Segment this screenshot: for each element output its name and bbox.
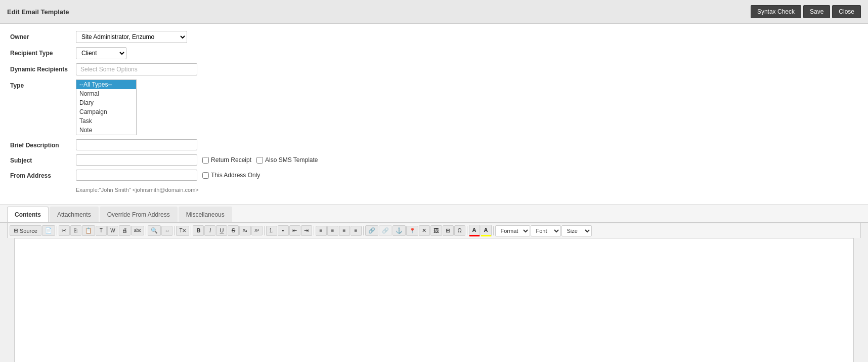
type-row: Type --All Types-- Normal Diary Campaign… xyxy=(10,79,858,135)
strikethrough-button[interactable]: S xyxy=(228,225,239,236)
link-button[interactable]: 🔗 xyxy=(365,225,378,236)
type-listbox[interactable]: --All Types-- Normal Diary Campaign Task… xyxy=(76,79,137,135)
font-dropdown[interactable]: Font xyxy=(531,225,561,236)
image-button[interactable]: 🖼 xyxy=(430,225,442,236)
indent-less-button[interactable]: ⇤ xyxy=(289,225,300,236)
dynamic-recipients-control: Select Some Options xyxy=(76,63,858,75)
editor-area xyxy=(14,238,854,362)
indent-more-button[interactable]: ⇥ xyxy=(301,225,312,236)
paste-word-button[interactable]: W xyxy=(107,226,118,236)
paste-text-button[interactable]: T xyxy=(96,226,107,236)
recipient-type-control: Client Staff Other xyxy=(76,47,858,59)
bg-color-button[interactable]: A xyxy=(481,225,492,236)
from-address-label: From Address xyxy=(10,170,76,179)
new-doc-button[interactable]: 📄 xyxy=(42,225,55,236)
subject-input[interactable] xyxy=(76,154,197,166)
type-option-task[interactable]: Task xyxy=(76,116,136,126)
owner-label: Owner xyxy=(10,31,76,41)
print-button[interactable]: 🖨 xyxy=(119,225,131,236)
type-option-normal[interactable]: Normal xyxy=(76,89,136,98)
editor-toolbar: ⊞ Source 📄 ✂ ⎘ 📋 T W 🖨 abc 🔍 ↔ T✕ B I U … xyxy=(7,223,861,238)
separator-9 xyxy=(493,226,494,235)
size-dropdown[interactable]: Size xyxy=(561,225,592,236)
tabs-bar: Contents Attachments Override From Addre… xyxy=(0,205,868,223)
type-control: --All Types-- Normal Diary Campaign Task… xyxy=(76,79,858,135)
tab-override-from-address[interactable]: Override From Address xyxy=(100,207,178,222)
recipient-type-row: Recipient Type Client Staff Other xyxy=(10,47,858,59)
editor-content[interactable] xyxy=(15,238,853,362)
brief-description-row: Brief Description xyxy=(10,139,858,150)
form-area: Owner Site Administrator, Enzumo Recipie… xyxy=(0,24,868,205)
owner-control: Site Administrator, Enzumo xyxy=(76,31,858,43)
copy-button[interactable]: ⎘ xyxy=(70,225,81,236)
brief-description-label: Brief Description xyxy=(10,139,76,149)
this-address-only-checkbox[interactable] xyxy=(202,172,209,179)
type-option-note[interactable]: Note xyxy=(76,126,136,135)
owner-select[interactable]: Site Administrator, Enzumo xyxy=(76,31,187,43)
superscript-button[interactable]: X² xyxy=(251,226,263,235)
clear-format-button[interactable]: T✕ xyxy=(176,226,189,236)
save-button[interactable]: Save xyxy=(803,5,830,18)
sms-template-label[interactable]: Also SMS Template xyxy=(256,156,318,164)
from-address-hint: Example:"John Smith" <johnsmith@domain.c… xyxy=(76,187,199,193)
this-address-only-label[interactable]: This Address Only xyxy=(202,172,260,179)
table-button[interactable]: ⊞ xyxy=(443,225,454,236)
paste-button[interactable]: 📋 xyxy=(82,225,95,236)
close-button[interactable]: Close xyxy=(832,5,861,18)
unlink-button[interactable]: 🔗 xyxy=(379,225,392,236)
brief-description-input[interactable] xyxy=(76,139,197,150)
brief-description-control xyxy=(76,139,858,150)
from-address-row: From Address This Address Only Example:"… xyxy=(10,170,858,193)
underline-button[interactable]: U xyxy=(216,225,227,236)
type-option-campaign[interactable]: Campaign xyxy=(76,107,136,116)
tab-attachments[interactable]: Attachments xyxy=(50,207,99,222)
tab-contents[interactable]: Contents xyxy=(7,207,49,222)
anchor-button[interactable]: ⚓ xyxy=(393,225,406,236)
header-buttons: Syntax Check Save Close xyxy=(751,5,861,18)
spell-button[interactable]: abc xyxy=(131,226,145,235)
unordered-list-button[interactable]: • xyxy=(278,225,289,236)
text-color-button[interactable]: A xyxy=(469,225,480,236)
return-receipt-checkbox[interactable] xyxy=(202,157,209,164)
page-title: Edit Email Template xyxy=(7,8,69,16)
separator-1 xyxy=(57,226,57,235)
image-map-button[interactable]: 📍 xyxy=(406,226,418,236)
editor-container: ⊞ Source 📄 ✂ ⎘ 📋 T W 🖨 abc 🔍 ↔ T✕ B I U … xyxy=(7,223,861,362)
find-button[interactable]: 🔍 xyxy=(148,225,161,236)
subject-control: Return Receipt Also SMS Template xyxy=(76,154,858,166)
source-icon: ⊞ xyxy=(14,227,18,234)
separator-3 xyxy=(174,226,175,235)
subject-label: Subject xyxy=(10,154,76,164)
bold-button[interactable]: B xyxy=(193,225,204,236)
owner-row: Owner Site Administrator, Enzumo xyxy=(10,31,858,43)
replace-button[interactable]: ↔ xyxy=(161,226,172,236)
ordered-list-button[interactable]: 1. xyxy=(266,226,277,236)
dynamic-recipients-row: Dynamic Recipients Select Some Options xyxy=(10,63,858,75)
special-char-button[interactable]: Ω xyxy=(454,225,465,236)
format-dropdown[interactable]: Format xyxy=(495,225,530,236)
type-option-diary[interactable]: Diary xyxy=(76,98,136,107)
subscript-button[interactable]: X₂ xyxy=(239,226,250,235)
source-button[interactable]: ⊞ Source xyxy=(10,225,41,236)
dynamic-recipients-label: Dynamic Recipients xyxy=(10,63,76,73)
separator-6 xyxy=(314,226,314,235)
align-center-button[interactable]: ≡ xyxy=(327,226,338,236)
syntax-check-button[interactable]: Syntax Check xyxy=(751,5,801,18)
dynamic-recipients-input[interactable]: Select Some Options xyxy=(76,63,197,75)
recipient-type-select[interactable]: Client Staff Other xyxy=(76,47,126,59)
delete-button[interactable]: ✕ xyxy=(419,225,430,236)
separator-5 xyxy=(264,226,265,235)
main-content: ⊞ Source 📄 ✂ ⎘ 📋 T W 🖨 abc 🔍 ↔ T✕ B I U … xyxy=(0,223,868,362)
from-address-input[interactable] xyxy=(76,170,197,181)
from-address-control: This Address Only Example:"John Smith" <… xyxy=(76,170,858,193)
cut-button[interactable]: ✂ xyxy=(59,225,70,236)
page-header: Edit Email Template Syntax Check Save Cl… xyxy=(0,0,868,24)
sms-template-checkbox[interactable] xyxy=(256,157,263,164)
type-option-all[interactable]: --All Types-- xyxy=(76,80,136,89)
tab-miscellaneous[interactable]: Miscellaneous xyxy=(179,207,232,222)
align-left-button[interactable]: ≡ xyxy=(316,226,327,236)
align-justify-button[interactable]: ≡ xyxy=(351,226,362,236)
align-right-button[interactable]: ≡ xyxy=(339,226,350,236)
italic-button[interactable]: I xyxy=(204,225,215,236)
return-receipt-label[interactable]: Return Receipt xyxy=(202,156,251,164)
